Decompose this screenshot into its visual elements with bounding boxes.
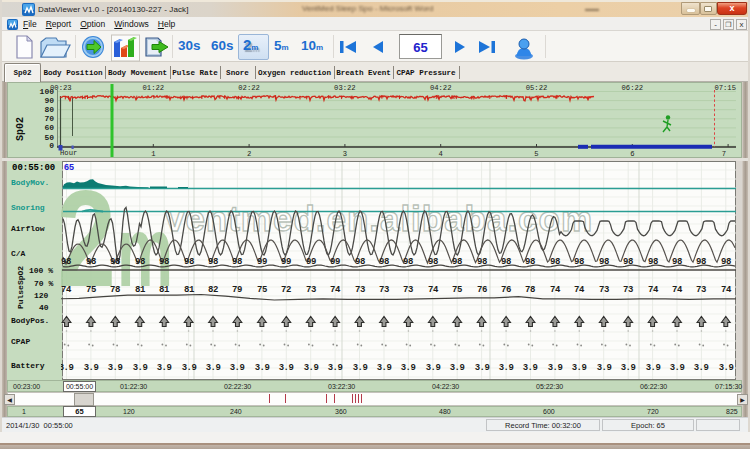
- svg-text:3.9: 3.9: [230, 363, 245, 373]
- svg-text:98: 98: [184, 257, 194, 267]
- svg-text:73: 73: [403, 285, 413, 295]
- svg-text:78: 78: [110, 285, 120, 295]
- svg-text:98: 98: [159, 257, 169, 267]
- svg-text:81: 81: [184, 285, 195, 295]
- svg-text:98: 98: [403, 257, 413, 267]
- svg-text:3.9: 3.9: [426, 363, 441, 373]
- svg-text:98: 98: [428, 257, 438, 267]
- svg-text:3.9: 3.9: [597, 363, 612, 373]
- svg-text:74: 74: [428, 285, 439, 295]
- svg-text:98: 98: [648, 257, 658, 267]
- svg-text:79: 79: [232, 285, 242, 295]
- svg-text:3.9: 3.9: [377, 363, 392, 373]
- svg-text:3.9: 3.9: [304, 363, 319, 373]
- svg-text:98: 98: [355, 257, 365, 267]
- svg-text:78: 78: [525, 285, 535, 295]
- svg-text:75: 75: [257, 285, 267, 295]
- svg-text:98: 98: [574, 257, 584, 267]
- svg-text:99: 99: [330, 257, 340, 267]
- svg-text:3.9: 3.9: [182, 363, 197, 373]
- svg-text:74: 74: [550, 285, 561, 295]
- svg-text:81: 81: [159, 285, 170, 295]
- svg-text:3.9: 3.9: [279, 363, 294, 373]
- svg-text:98: 98: [208, 257, 218, 267]
- svg-text:3.9: 3.9: [572, 363, 587, 373]
- svg-text:98: 98: [379, 257, 389, 267]
- svg-text:98: 98: [232, 257, 242, 267]
- svg-text:3.9: 3.9: [157, 363, 172, 373]
- svg-text:3.9: 3.9: [670, 363, 685, 373]
- svg-text:74: 74: [721, 285, 732, 295]
- svg-text:74: 74: [330, 285, 341, 295]
- svg-text:3.9: 3.9: [255, 363, 270, 373]
- svg-text:76: 76: [501, 285, 511, 295]
- svg-text:98: 98: [550, 257, 560, 267]
- svg-text:3.9: 3.9: [523, 363, 538, 373]
- svg-text:3.9: 3.9: [499, 363, 514, 373]
- svg-text:3.9: 3.9: [133, 363, 148, 373]
- svg-text:75: 75: [452, 285, 462, 295]
- svg-text:98: 98: [696, 257, 706, 267]
- svg-text:73: 73: [379, 285, 389, 295]
- svg-text:3.9: 3.9: [475, 363, 490, 373]
- svg-text:3.9: 3.9: [401, 363, 416, 373]
- svg-text:82: 82: [208, 285, 218, 295]
- svg-text:74: 74: [672, 285, 683, 295]
- svg-text:3.9: 3.9: [328, 363, 343, 373]
- svg-text:3.9: 3.9: [450, 363, 465, 373]
- svg-text:74: 74: [61, 285, 72, 295]
- svg-text:3.9: 3.9: [59, 363, 74, 373]
- svg-text:98: 98: [623, 257, 633, 267]
- svg-text:3.9: 3.9: [84, 363, 99, 373]
- svg-text:98: 98: [61, 257, 71, 267]
- svg-text:99: 99: [306, 257, 316, 267]
- svg-text:3.9: 3.9: [621, 363, 636, 373]
- svg-text:98: 98: [721, 257, 731, 267]
- svg-text:98: 98: [477, 257, 487, 267]
- svg-text:98: 98: [86, 257, 96, 267]
- svg-text:98: 98: [672, 257, 682, 267]
- svg-text:73: 73: [599, 285, 609, 295]
- svg-text:73: 73: [355, 285, 365, 295]
- svg-text:98: 98: [452, 257, 462, 267]
- svg-text:73: 73: [696, 285, 706, 295]
- svg-text:98: 98: [501, 257, 511, 267]
- svg-text:72: 72: [281, 285, 291, 295]
- svg-text:75: 75: [86, 285, 96, 295]
- svg-text:98: 98: [599, 257, 609, 267]
- svg-text:98: 98: [525, 257, 535, 267]
- svg-text:99: 99: [257, 257, 267, 267]
- svg-text:98: 98: [135, 257, 145, 267]
- svg-text:98: 98: [110, 257, 120, 267]
- svg-text:81: 81: [135, 285, 146, 295]
- svg-text:74: 74: [648, 285, 659, 295]
- svg-text:74: 74: [574, 285, 585, 295]
- svg-text:3.9: 3.9: [353, 363, 368, 373]
- svg-text:73: 73: [623, 285, 633, 295]
- svg-text:76: 76: [477, 285, 487, 295]
- svg-text:3.9: 3.9: [548, 363, 563, 373]
- svg-text:3.9: 3.9: [206, 363, 221, 373]
- svg-text:99: 99: [281, 257, 291, 267]
- svg-text:3.9: 3.9: [108, 363, 123, 373]
- svg-text:3.9: 3.9: [646, 363, 661, 373]
- svg-text:73: 73: [306, 285, 316, 295]
- svg-text:3.9: 3.9: [694, 363, 709, 373]
- svg-text:3.9: 3.9: [719, 363, 734, 373]
